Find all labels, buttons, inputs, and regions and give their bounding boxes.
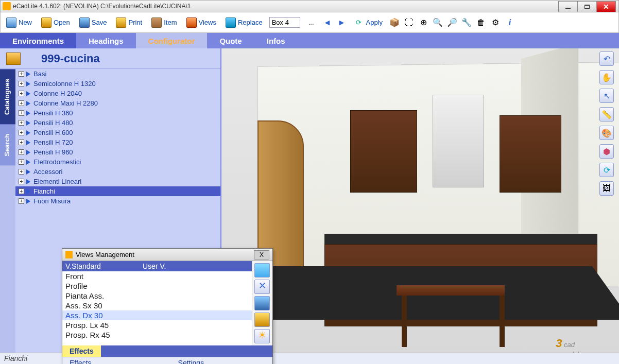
tree-item[interactable]: +Colonne H 2040 <box>15 89 220 98</box>
dialog-save-icon[interactable] <box>254 296 270 310</box>
view-list-item[interactable]: Prosp. Rx 45 <box>62 330 252 340</box>
view-list-item[interactable]: Pianta Ass. <box>62 291 252 301</box>
tree-item[interactable]: +Elettrodomestici <box>15 157 220 167</box>
tab-environments[interactable]: Environments <box>0 33 76 48</box>
zoom-out-icon[interactable]: 🔎 <box>447 18 457 28</box>
arrow-icon <box>26 111 30 116</box>
rotate-icon[interactable]: ⟳ <box>599 163 614 177</box>
view-list-item[interactable]: Ass. Sx 30 <box>62 301 252 310</box>
pan-icon[interactable]: ✋ <box>599 70 614 84</box>
tree-item[interactable]: +Semicolonne H 1320 <box>15 79 220 89</box>
nav-fwd-icon[interactable]: ► <box>337 18 347 28</box>
minimize-button[interactable] <box>558 1 578 12</box>
window-titlebar: eCadLite 4.1.602: (NEVOLINA) C:\Evolutio… <box>0 0 619 12</box>
expand-icon[interactable]: + <box>19 149 24 155</box>
footer-tab-effects[interactable]: Effects <box>62 357 99 364</box>
item-button[interactable]: Item <box>149 16 179 29</box>
dialog-close-button[interactable]: X <box>254 250 269 259</box>
replace-button[interactable]: Replace <box>223 16 265 29</box>
tab-quote[interactable]: Quote <box>207 33 254 48</box>
save-icon <box>79 18 90 28</box>
save-button[interactable]: Save <box>77 16 110 29</box>
expand-icon[interactable]: + <box>19 169 24 175</box>
tree-item[interactable]: +Accessori <box>15 167 220 177</box>
tree-item-label: Elettrodomestici <box>33 158 81 166</box>
expand-icon[interactable]: + <box>19 81 24 86</box>
tree-item[interactable]: +Pensili H 360 <box>15 108 220 118</box>
tab-infos[interactable]: Infos <box>254 33 298 48</box>
zoom-in-icon[interactable]: 🔍 <box>433 18 443 28</box>
dialog-folder-icon[interactable] <box>254 313 270 327</box>
tree-item[interactable]: +Elementi Lineari <box>15 177 220 186</box>
info-icon[interactable]: i <box>505 18 515 28</box>
dialog-footer-tabs-row2: Effects Settings <box>62 357 272 364</box>
expand-icon[interactable]: + <box>19 120 24 126</box>
tool-icon[interactable]: 🔧 <box>461 18 472 28</box>
dialog-delete-icon[interactable]: ✕ <box>254 280 270 294</box>
expand-icon[interactable]: + <box>19 179 24 184</box>
table-top <box>397 285 505 296</box>
expand-icon[interactable]: + <box>19 100 24 106</box>
tree-item[interactable]: +Pensili H 600 <box>15 128 220 137</box>
room-scene <box>221 48 619 364</box>
render-icon[interactable]: ⬢ <box>599 144 614 159</box>
app-icon <box>3 2 11 10</box>
3d-viewport[interactable]: 3 cad evolution koruf.ru <box>221 48 619 364</box>
nav-back-icon[interactable]: ◄ <box>322 18 333 28</box>
tab-configurator[interactable]: Configurator <box>136 33 208 48</box>
expand-icon[interactable]: + <box>19 188 24 194</box>
tree-item[interactable]: +Fianchi <box>15 186 220 196</box>
expand-icon[interactable]: + <box>19 91 24 96</box>
fit-icon[interactable]: ⛶ <box>404 18 414 28</box>
dialog-sun-icon[interactable]: ☀ <box>254 329 270 343</box>
window-title: eCadLite 4.1.602: (NEVOLINA) C:\Evolutio… <box>13 3 191 10</box>
tree-item[interactable]: +Colonne Maxi H 2280 <box>15 98 220 108</box>
maximize-button[interactable] <box>577 1 597 12</box>
wall-cabinet-2 <box>500 115 561 193</box>
side-tab-search[interactable]: Search <box>0 124 15 165</box>
tree-item[interactable]: +Fuori Misura <box>15 196 220 206</box>
dialog-open-icon[interactable] <box>254 263 270 278</box>
tree-item[interactable]: +Basi <box>15 69 220 79</box>
new-button[interactable]: New <box>4 16 35 29</box>
box-icon[interactable]: 📦 <box>389 18 400 28</box>
footer-tab-settings[interactable]: Settings <box>171 357 212 364</box>
print-button[interactable]: Print <box>113 16 145 29</box>
hood <box>433 95 484 187</box>
delete-icon[interactable]: 🗑 <box>476 18 486 28</box>
footer-tab-effects-active[interactable]: Effects <box>62 345 101 357</box>
table-leg <box>500 296 505 347</box>
tree-item[interactable]: +Pensili H 480 <box>15 118 220 128</box>
cursor-icon[interactable]: ↖ <box>599 89 614 103</box>
tab-headings[interactable]: Headings <box>76 33 136 48</box>
expand-icon[interactable]: + <box>19 130 24 135</box>
dialog-titlebar[interactable]: Views Management X <box>62 249 272 261</box>
arrow-icon <box>26 189 30 194</box>
undo-icon[interactable]: ↶ <box>599 51 614 66</box>
tree-item-label: Pensili H 960 <box>33 148 73 156</box>
view-list-item[interactable]: Prosp. Lx 45 <box>62 320 252 330</box>
expand-icon[interactable]: + <box>19 159 24 165</box>
expand-icon[interactable]: + <box>19 71 24 77</box>
box-input[interactable] <box>269 17 300 28</box>
close-button[interactable]: ✕ <box>596 1 616 12</box>
open-button[interactable]: Open <box>39 16 73 29</box>
view-list-item[interactable]: Front <box>62 271 252 281</box>
materials-icon[interactable]: 🎨 <box>599 126 614 140</box>
zoom-extents-icon[interactable]: ⊕ <box>418 18 428 28</box>
apply-button[interactable]: ⟳Apply <box>351 16 386 29</box>
expand-icon[interactable]: + <box>19 198 24 204</box>
settings-icon[interactable]: ⚙ <box>490 18 501 28</box>
measure-icon[interactable]: 📏 <box>599 107 614 122</box>
expand-icon[interactable]: + <box>19 140 24 145</box>
more-button[interactable]: ... <box>304 18 318 27</box>
views-button[interactable]: Views <box>184 16 219 29</box>
perspective-icon[interactable]: 🖼 <box>599 181 614 196</box>
side-tab-catalogues[interactable]: Catalogues <box>0 69 15 124</box>
view-list-item[interactable]: Profile <box>62 281 252 291</box>
expand-icon[interactable]: + <box>19 110 24 116</box>
view-list-item[interactable]: Ass. Dx 30 <box>62 310 252 320</box>
tree-item[interactable]: +Pensili H 960 <box>15 147 220 157</box>
views-list: V.Standard User V. FrontProfilePianta As… <box>62 261 252 345</box>
tree-item[interactable]: +Pensili H 720 <box>15 137 220 147</box>
